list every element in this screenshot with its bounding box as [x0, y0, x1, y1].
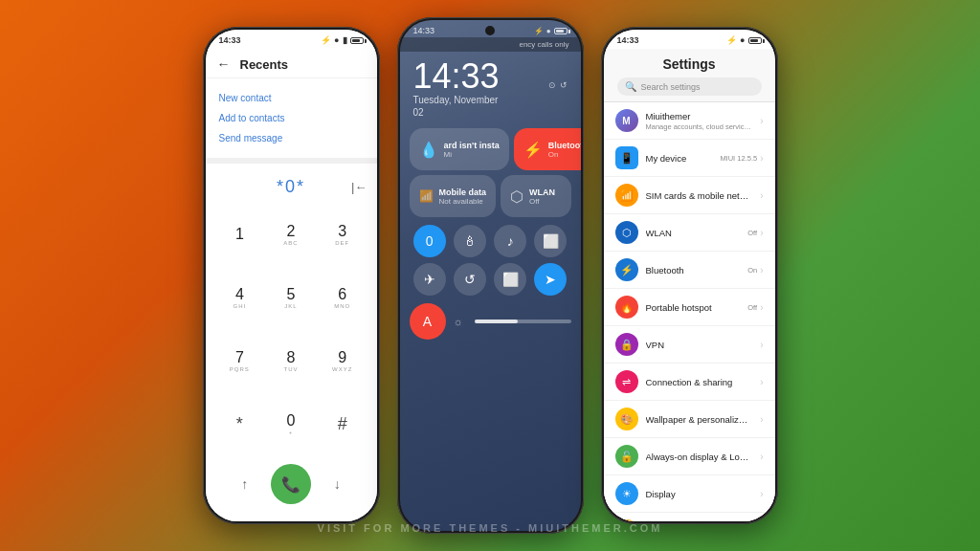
clock-area: 14:33 Tuesday, November02 ⊙ ↺ [400, 52, 581, 124]
settings-item-sound[interactable]: 🔔 Sound & vibration › [604, 513, 775, 521]
settings-title: Settings [617, 56, 762, 72]
send-message-link[interactable]: Send message [219, 128, 364, 148]
miui-version-badge: MIUI 12.5.5 [720, 154, 757, 163]
sound-icon: 🔔 [615, 519, 638, 521]
chevron-right-icon-always-on: › [760, 452, 763, 462]
wifi-icon: ● [334, 35, 339, 45]
setting-info-bluetooth: Bluetooth [646, 265, 741, 276]
recents-title: Recents [240, 57, 289, 72]
settings-item-wlan[interactable]: ⬡ WLAN Off › [604, 214, 775, 251]
key-hash[interactable]: # [318, 393, 368, 454]
phone3-time: 14:33 [617, 35, 639, 45]
tile-mobile-data[interactable]: 📶 Mobile data Not available [410, 175, 497, 217]
setting-info-hotspot: Portable hotspot [646, 302, 741, 313]
settings-item-miuithemer[interactable]: M Miuithemer Manage accounts, cloud serv… [604, 102, 775, 139]
dialer-up-icon[interactable]: ↑ [231, 476, 259, 492]
key-3[interactable]: 3DEF [318, 205, 368, 266]
add-to-contacts-link[interactable]: Add to contacts [219, 108, 364, 128]
settings-item-sim[interactable]: 📶 SIM cards & mobile networks › [604, 177, 775, 213]
dialer: *0* |← 1 2ABC 3DEF 4GHI 5JKL 6MNO 7PQRS … [206, 164, 377, 521]
quick-icon-0[interactable]: 0 [413, 225, 446, 257]
my-device-icon: 📱 [615, 146, 638, 169]
phone1-header: ← Recents [206, 49, 377, 78]
dialer-actions: ↑ 📞 ↓ [215, 456, 368, 516]
key-9[interactable]: 9WXYZ [318, 331, 368, 392]
key-5[interactable]: 5JKL [266, 268, 316, 329]
sim-icon: 📶 [615, 184, 638, 207]
setting-right-wlan: Off › [747, 228, 763, 238]
quick-icon-crop[interactable]: ⬜ [534, 225, 567, 257]
quick-icon-screen[interactable]: ⬜ [494, 263, 526, 296]
p2-wifi-icon: ● [546, 27, 551, 35]
clock-icons: ⊙ ↺ [548, 80, 568, 90]
key-star[interactable]: * [215, 393, 265, 454]
setting-right-bluetooth: On › [747, 265, 763, 276]
settings-item-connection-sharing[interactable]: ⇌ Connection & sharing › [604, 364, 775, 400]
quick-icon-send[interactable]: ➤ [534, 263, 567, 296]
key-7[interactable]: 7PQRS [215, 331, 265, 392]
p3-battery-icon [748, 37, 762, 44]
water-icon: 💧 [419, 141, 438, 159]
tile-water-sub: Mi [444, 150, 500, 159]
key-1[interactable]: 1 [215, 205, 265, 266]
wlan-settings-icon: ⬡ [615, 221, 638, 244]
setting-name-display: Display [646, 489, 753, 499]
tile-mobile-data-info: Mobile data Not available [439, 187, 487, 206]
settings-item-always-on[interactable]: 🔓 Always-on display & Lock screen › [604, 438, 775, 474]
settings-item-vpn[interactable]: 🔒 VPN › [604, 326, 775, 363]
setting-sub-miuithemer: Manage accounts, cloud services, payment… [646, 122, 753, 131]
chevron-right-icon-wallpaper: › [760, 414, 763, 425]
back-arrow-icon[interactable]: ← [217, 56, 231, 72]
setting-info-wlan: WLAN [646, 228, 741, 238]
setting-info-vpn: VPN [646, 340, 753, 350]
setting-name-always-on: Always-on display & Lock screen [646, 452, 753, 462]
crop-icon: ⬜ [543, 233, 559, 249]
phone1-time: 14:33 [219, 35, 241, 45]
setting-right-my-device: MIUI 12.5.5 › [720, 153, 763, 164]
watermark: VISIT FOR MORE THEMES - MIUITHEMER.COM [318, 522, 663, 534]
quick-icon-airplane[interactable]: ✈ [413, 263, 446, 296]
key-8[interactable]: 8TUV [266, 331, 316, 392]
settings-search-box[interactable]: 🔍 Search settings [617, 77, 762, 96]
setting-right-hotspot: Off › [747, 302, 763, 313]
chevron-right-icon-connection-sharing: › [760, 377, 763, 387]
settings-item-display[interactable]: ☀ Display › [604, 475, 775, 512]
tile-bluetooth[interactable]: ⚡ Bluetooth On [514, 128, 581, 170]
call-button[interactable]: 📞 [271, 464, 311, 504]
settings-item-hotspot[interactable]: 🔥 Portable hotspot Off › [604, 289, 775, 325]
quick-icon-music[interactable]: ♪ [494, 225, 526, 257]
tile-bt-icon: ⚡ [523, 141, 543, 159]
quick-icon-candle[interactable]: 🕯 [454, 225, 486, 257]
settings-header: Settings 🔍 Search settings [604, 49, 775, 102]
dialer-down-icon[interactable]: ↓ [323, 476, 351, 492]
quick-icon-rotate[interactable]: ↺ [454, 263, 486, 296]
settings-item-my-device[interactable]: 📱 My device MIUI 12.5.5 › [604, 140, 775, 176]
phone1-status-bar: 14:33 ⚡ ● ▮ [206, 30, 377, 49]
dialer-backspace-icon[interactable]: |← [351, 180, 367, 194]
key-4[interactable]: 4GHI [215, 268, 265, 329]
chevron-right-icon-wlan: › [760, 228, 763, 238]
key-0[interactable]: 0+ [266, 393, 316, 454]
phones-container: 14:33 ⚡ ● ▮ ← Recents New contact Add to… [203, 17, 778, 534]
keypad: 1 2ABC 3DEF 4GHI 5JKL 6MNO 7PQRS 8TUV 9W… [215, 203, 368, 456]
dialer-display: *0* |← [215, 169, 368, 203]
new-contact-link[interactable]: New contact [219, 88, 364, 108]
bottom-controls: A ☼ [400, 298, 581, 349]
settings-item-bluetooth[interactable]: ⚡ Bluetooth On › [604, 252, 775, 288]
settings-item-wallpaper[interactable]: 🎨 Wallpaper & personalization › [604, 401, 775, 437]
tile-water[interactable]: 💧 ard isn't insta Mi [410, 128, 509, 170]
setting-name-miuithemer: Miuithemer [646, 111, 753, 121]
always-on-icon: 🔓 [615, 445, 638, 468]
key-6[interactable]: 6MNO [318, 268, 368, 329]
clock-icon-row1: ⊙ ↺ [548, 80, 568, 90]
phone3-status-icons: ⚡ ● [726, 35, 761, 45]
voice-assistant-button[interactable]: A [410, 303, 446, 340]
candle-icon: 🕯 [463, 233, 477, 249]
hotspot-icon: 🔥 [615, 296, 638, 319]
brightness-bar[interactable] [475, 320, 571, 323]
search-icon: 🔍 [625, 81, 636, 92]
setting-name-my-device: My device [646, 153, 713, 164]
tile-wlan[interactable]: ⬡ WLAN Off [501, 175, 570, 217]
bluetooth-settings-icon: ⚡ [615, 258, 638, 281]
key-2[interactable]: 2ABC [266, 205, 316, 266]
